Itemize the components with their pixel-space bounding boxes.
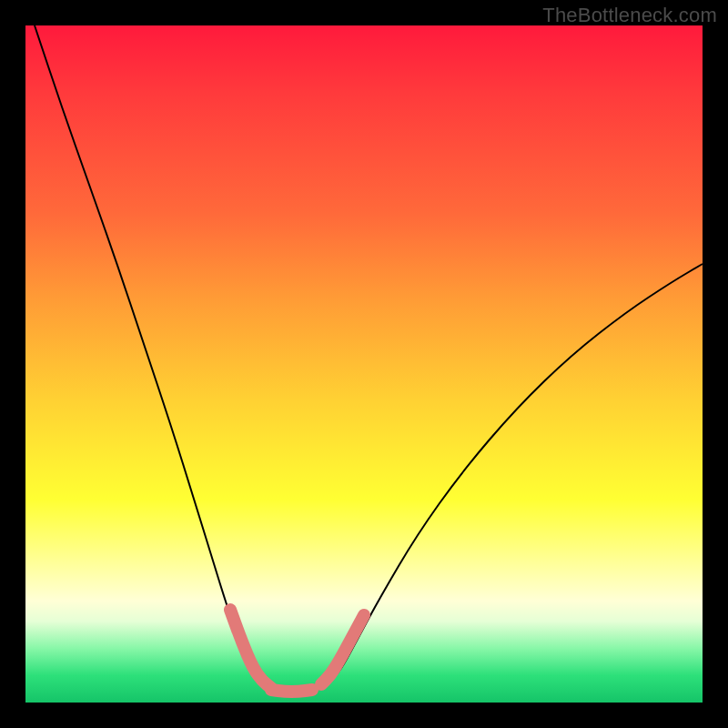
chart-plot-area — [25, 25, 703, 703]
highlight-bottom — [271, 690, 312, 692]
bottleneck-curve — [35, 25, 703, 692]
highlight-right — [321, 615, 364, 684]
highlight-left — [230, 610, 271, 688]
chart-svg — [25, 25, 703, 703]
watermark-text: TheBottleneck.com — [542, 4, 717, 27]
